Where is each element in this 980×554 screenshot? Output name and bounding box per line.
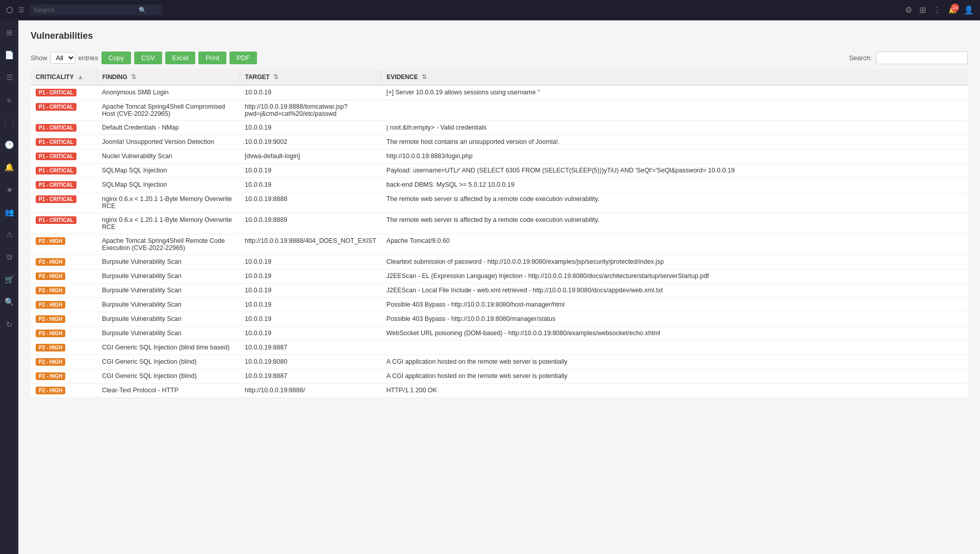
table-row: P2 - HIGH CGI Generic SQL Injection (bli… xyxy=(31,355,968,369)
finding-cell: Apache Tomcat Spring4Shell Remote Code E… xyxy=(97,234,240,255)
sidebar-item-document[interactable]: 📄 xyxy=(2,48,16,62)
finding-cell: Apache Tomcat Spring4Shell Compromised H… xyxy=(97,100,240,121)
table-row: P2 - HIGH Burpsuite Vulnerability Scan 1… xyxy=(31,284,968,298)
table-body: P1 - CRITICAL Anonymous SMB Login 10.0.0… xyxy=(31,85,968,398)
criticality-cell: P1 - CRITICAL xyxy=(31,149,97,164)
sidebar-item-users[interactable]: 👥 xyxy=(2,205,16,219)
sidebar-item-star[interactable]: ★ xyxy=(2,183,16,197)
settings-icon[interactable]: ⚙ xyxy=(905,5,912,15)
finding-cell: Burpsuite Vulnerability Scan xyxy=(97,326,240,341)
criticality-badge: P2 - HIGH xyxy=(36,301,65,309)
target-cell: 10.0.0.19:8889 xyxy=(240,213,381,234)
criticality-badge: P1 - CRITICAL xyxy=(36,181,76,189)
target-cell: 10.0.0.19 xyxy=(240,284,381,298)
finding-cell: nginx 0.6.x < 1.20.1 1-Byte Memory Overw… xyxy=(97,213,240,234)
search-label: Search: xyxy=(849,54,872,62)
sidebar-item-shopping[interactable]: 🛒 xyxy=(2,272,16,287)
table-search-input[interactable] xyxy=(876,52,968,64)
evidence-cell: Payload: username=UTLr' AND (SELECT 6305… xyxy=(381,164,968,178)
show-label: Show xyxy=(31,54,47,62)
evidence-cell: A CGI application hosted on the remote w… xyxy=(381,369,968,384)
finding-cell: Nuclei Vulnerability Scan xyxy=(97,149,240,164)
table-row: P2 - HIGH Burpsuite Vulnerability Scan 1… xyxy=(31,255,968,269)
sort-arrow-target: ⇅ xyxy=(273,73,278,81)
sidebar-item-refresh[interactable]: ↻ xyxy=(2,317,16,332)
criticality-badge: P2 - HIGH xyxy=(36,330,65,337)
page-title: Vulnerabilities xyxy=(31,31,968,41)
sort-arrow-evidence: ⇅ xyxy=(422,73,427,81)
table-row: P1 - CRITICAL Nuclei Vulnerability Scan … xyxy=(31,149,968,164)
table-row: P1 - CRITICAL Default Credentials - NMap… xyxy=(31,121,968,135)
table-row: P1 - CRITICAL Apache Tomcat Spring4Shell… xyxy=(31,100,968,121)
criticality-cell: P1 - CRITICAL xyxy=(31,121,97,135)
sidebar-item-menu[interactable]: ≡ xyxy=(2,93,16,107)
sort-arrow-finding: ⇅ xyxy=(131,73,136,81)
search-input[interactable] xyxy=(34,6,136,14)
criticality-cell: P2 - HIGH xyxy=(31,255,97,269)
table-search: Search: xyxy=(849,52,968,64)
evidence-cell xyxy=(381,100,968,121)
top-navigation: ⬡ ☰ 🔍 ⚙ ⊞ ⋮ 🔔 24 👤 xyxy=(0,0,980,20)
hamburger-icon[interactable]: ☰ xyxy=(18,6,24,14)
table-row: P1 - CRITICAL Anonymous SMB Login 10.0.0… xyxy=(31,85,968,100)
csv-button[interactable]: CSV xyxy=(134,52,162,64)
entries-select[interactable]: All 10 25 50 xyxy=(50,52,75,64)
sort-arrow-criticality: ▲ xyxy=(78,73,84,81)
sidebar-item-clock[interactable]: 🕐 xyxy=(2,138,16,152)
finding-cell: SQLMap SQL Injection xyxy=(97,164,240,178)
evidence-cell: Possible 403 Bypass - http://10.0.0.19:8… xyxy=(381,298,968,312)
finding-cell: Default Credentials - NMap xyxy=(97,121,240,135)
sidebar-item-alert[interactable]: ⚠ xyxy=(2,228,16,242)
col-header-criticality[interactable]: CRITICALITY ▲ xyxy=(31,69,97,85)
criticality-badge: P2 - HIGH xyxy=(36,372,65,380)
sidebar-item-bell[interactable]: 🔔 xyxy=(2,160,16,174)
target-cell: 10.0.0.19:8080 xyxy=(240,355,381,369)
target-cell: 10.0.0.19 xyxy=(240,298,381,312)
finding-cell: Burpsuite Vulnerability Scan xyxy=(97,298,240,312)
evidence-cell: WebSocket URL poisoning (DOM-based) - ht… xyxy=(381,326,968,341)
criticality-badge: P1 - CRITICAL xyxy=(36,138,76,146)
evidence-cell: The remote web server is affected by a r… xyxy=(381,213,968,234)
target-cell: [dvwa-default-login] xyxy=(240,149,381,164)
finding-cell: CGI Generic SQL Injection (blind) xyxy=(97,369,240,384)
table-row: P1 - CRITICAL SQLMap SQL Injection 10.0.… xyxy=(31,178,968,192)
table-row: P1 - CRITICAL Joomla! Unsupported Versio… xyxy=(31,135,968,149)
topnav-right: ⚙ ⊞ ⋮ 🔔 24 👤 xyxy=(905,5,974,15)
criticality-cell: P2 - HIGH xyxy=(31,384,97,398)
finding-cell: Anonymous SMB Login xyxy=(97,85,240,100)
evidence-cell: The remote web server is affected by a r… xyxy=(381,192,968,213)
table-row: P1 - CRITICAL nginx 0.6.x < 1.20.1 1-Byt… xyxy=(31,213,968,234)
criticality-badge: P1 - CRITICAL xyxy=(36,167,76,174)
table-row: P2 - HIGH CGI Generic SQL Injection (bli… xyxy=(31,369,968,384)
sidebar-item-search[interactable]: 🔍 xyxy=(2,295,16,309)
criticality-badge: P2 - HIGH xyxy=(36,258,65,266)
evidence-cell: | root:&lh;empty> - Valid credentials xyxy=(381,121,968,135)
grid-icon[interactable]: ⊞ xyxy=(919,5,926,15)
sidebar-item-menu2[interactable]: ⋮⋮ xyxy=(2,115,16,130)
target-cell: 10.0.0.19 xyxy=(240,164,381,178)
criticality-cell: P1 - CRITICAL xyxy=(31,213,97,234)
copy-button[interactable]: Copy xyxy=(101,52,131,64)
table-row: P1 - CRITICAL nginx 0.6.x < 1.20.1 1-Byt… xyxy=(31,192,968,213)
sidebar-item-layers[interactable]: ⧉ xyxy=(2,250,16,264)
evidence-cell: back-end DBMS: MySQL >= 5.0.12 10.0.0.19 xyxy=(381,178,968,192)
pdf-button[interactable]: PDF xyxy=(229,52,257,64)
evidence-cell xyxy=(381,341,968,355)
criticality-cell: P1 - CRITICAL xyxy=(31,100,97,121)
criticality-badge: P1 - CRITICAL xyxy=(36,216,76,224)
col-header-evidence[interactable]: EVIDENCE ⇅ xyxy=(381,69,968,85)
finding-cell: Burpsuite Vulnerability Scan xyxy=(97,255,240,269)
notifications-button[interactable]: 🔔 24 xyxy=(948,6,957,14)
evidence-cell: J2EEScan - Local File Include - web.xml … xyxy=(381,284,968,298)
col-header-target[interactable]: TARGET ⇅ xyxy=(240,69,381,85)
evidence-cell: Possible 403 Bypass - http://10.0.0.19:8… xyxy=(381,312,968,326)
more-icon[interactable]: ⋮ xyxy=(933,5,941,15)
user-avatar[interactable]: 👤 xyxy=(964,5,974,15)
print-button[interactable]: Print xyxy=(198,52,226,64)
sidebar-item-list[interactable]: ☰ xyxy=(2,70,16,85)
col-header-finding[interactable]: FINDING ⇅ xyxy=(97,69,240,85)
sidebar-item-dashboard[interactable]: ⊞ xyxy=(2,26,16,40)
criticality-cell: P2 - HIGH xyxy=(31,298,97,312)
excel-button[interactable]: Excel xyxy=(165,52,196,64)
criticality-badge: P1 - CRITICAL xyxy=(36,153,76,160)
